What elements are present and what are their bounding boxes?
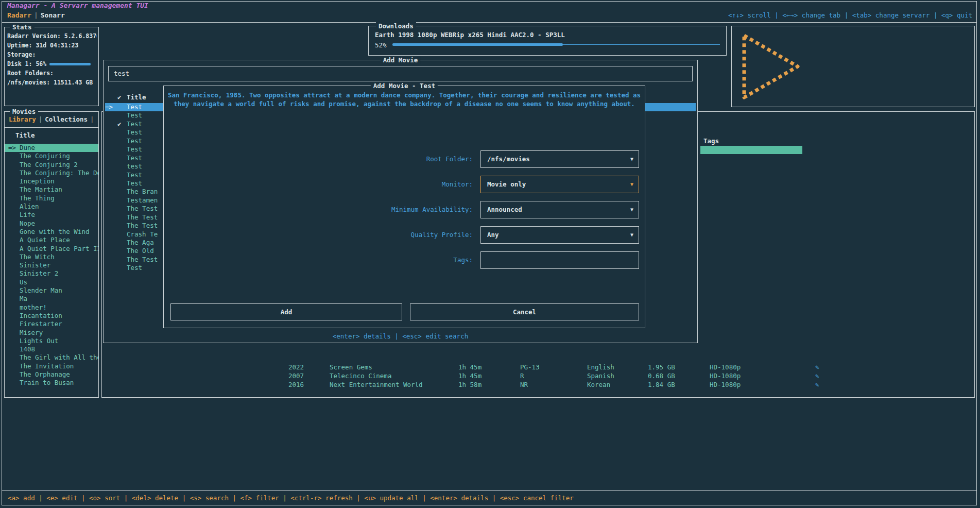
movie-title: Dune (20, 144, 35, 151)
result-title: test (127, 162, 142, 170)
library-table-row[interactable]: 2016 Next Entertainment World 1h 58m NR … (102, 381, 974, 389)
movie-studio: Telecinco Cinema (330, 372, 391, 380)
movie-quality-profile: HD-1080p (710, 363, 741, 371)
result-title: Test (127, 137, 142, 145)
movie-list-item[interactable]: Ma (5, 295, 98, 303)
minimum-availability-dropdown[interactable]: Announced ▼ (480, 201, 639, 218)
description-line: they navigate a world full of risks and … (164, 99, 645, 108)
movie-list-item[interactable]: Slender Man (5, 286, 98, 295)
tab-library[interactable]: Library (9, 115, 36, 123)
movie-list-item[interactable]: Nope (5, 219, 98, 228)
servarr-tab-sonarr[interactable]: Sonarr (41, 11, 65, 19)
root-folder-row: Root Folder: /nfs/movies ▼ (164, 150, 645, 168)
selection-prefix: => (105, 103, 117, 111)
root-folders-label: Root Folders: (7, 69, 97, 78)
movie-list-item[interactable]: The Conjuring (5, 152, 98, 160)
movies-panel-title: Movies (10, 108, 38, 115)
movie-list-item[interactable]: Sinister (5, 261, 98, 269)
movie-list-item[interactable]: mother! (5, 303, 98, 312)
title-column-header: Title (15, 131, 35, 139)
quality-profile-value: Any (487, 227, 499, 243)
root-folder-label: Root Folder: (164, 150, 473, 168)
movie-quality-profile: HD-1080p (710, 381, 741, 389)
result-title: Test (127, 103, 142, 111)
movie-title: A Quiet Place Part II (20, 245, 98, 252)
library-table-row[interactable]: 2022 Screen Gems 1h 45m PG-13 English 1.… (102, 363, 974, 371)
quality-profile-row: Quality Profile: Any ▼ (164, 226, 645, 244)
check-icon: ✔ (117, 120, 127, 128)
cancel-button[interactable]: Cancel (410, 303, 639, 320)
movie-title: Ma (20, 295, 27, 302)
downloads-panel: Downloads Earth 1998 1080p WEBRip x265 H… (368, 26, 727, 56)
movie-list-item[interactable]: The Martian (5, 185, 98, 194)
movie-title: Nope (20, 219, 35, 227)
result-title: Test (127, 128, 142, 136)
root-folder-dropdown[interactable]: /nfs/movies ▼ (480, 150, 639, 168)
movie-list-item[interactable]: Misery (5, 329, 98, 337)
description-line: San Francisco, 1985. Two opposites attra… (164, 91, 645, 99)
movie-list-item[interactable]: The Conjuring 2 (5, 161, 98, 169)
tags-input[interactable] (480, 251, 639, 269)
movie-list-item[interactable]: Gone with the Wind (5, 228, 98, 236)
movie-title: Train to Busan (20, 379, 74, 386)
result-title: Test (127, 120, 142, 128)
result-title: The Test (127, 222, 158, 229)
movie-rating: R (520, 372, 524, 380)
movie-list-item[interactable]: The Conjuring: The De (5, 169, 98, 177)
movies-tabs-divider (5, 127, 98, 128)
movie-title: Gone with the Wind (20, 228, 89, 235)
movie-list-item[interactable]: Sinister 2 (5, 269, 98, 278)
movie-description: San Francisco, 1985. Two opposites attra… (164, 91, 645, 108)
servarr-tab-radarr[interactable]: Radarr (7, 11, 31, 19)
result-title: Test (127, 179, 142, 187)
monitor-value: Movie only (487, 176, 526, 193)
result-title: The Aga (127, 239, 154, 246)
movie-list-item[interactable]: The Orphanage (5, 370, 98, 379)
add-movie-search-input[interactable]: test (108, 66, 693, 81)
movie-title: A Quiet Place (20, 236, 70, 244)
add-movie-hint: <enter> details | <esc> edit search (104, 332, 697, 340)
movie-studio: Next Entertainment World (330, 381, 423, 389)
download-progress-bar (392, 43, 720, 46)
tab-separator: | (88, 115, 97, 123)
movie-list-item[interactable]: =>Dune (5, 144, 98, 152)
movie-list-item[interactable]: A Quiet Place Part II (5, 245, 98, 253)
movie-size: 1.84 GB (648, 381, 675, 389)
storage-label: Storage: (7, 50, 97, 59)
add-button[interactable]: Add (170, 303, 402, 320)
movie-list-item[interactable]: Lights Out (5, 337, 98, 345)
movie-list-item[interactable]: Incantation (5, 312, 98, 320)
movie-studio: Screen Gems (330, 363, 372, 371)
movie-list-item[interactable]: Inception (5, 177, 98, 185)
movie-title: The Witch (20, 253, 55, 261)
result-title: Test (127, 264, 142, 272)
movie-list-item[interactable]: Alien (5, 202, 98, 211)
movie-language: English (587, 363, 614, 371)
movie-list-item[interactable]: Train to Busan (5, 379, 98, 387)
movie-list-item[interactable]: The Invitation (5, 362, 98, 370)
monitor-dropdown[interactable]: Movie only ▼ (480, 176, 639, 193)
quality-profile-dropdown[interactable]: Any ▼ (480, 226, 639, 244)
movie-list-item[interactable]: A Quiet Place (5, 236, 98, 244)
library-table-row[interactable]: 2007 Telecinco Cinema 1h 45m R Spanish 0… (102, 372, 974, 380)
movie-runtime: 1h 45m (458, 372, 482, 380)
movie-list-item[interactable]: Firestarter (5, 320, 98, 328)
movie-size: 1.95 GB (648, 363, 675, 371)
movie-list-item[interactable]: The Girl with All the (5, 353, 98, 362)
movie-list-item[interactable]: 1408 (5, 345, 98, 353)
minimum-availability-value: Announced (487, 201, 522, 218)
root-folder-value: /nfs/movies (487, 151, 530, 167)
add-movie-form: Root Folder: /nfs/movies ▼ Monitor: Movi… (164, 150, 645, 277)
movie-title: Lights Out (20, 337, 58, 345)
result-title: Test (127, 145, 142, 153)
movie-list-item[interactable]: The Witch (5, 253, 98, 261)
movie-list-item[interactable]: The Thing (5, 194, 98, 202)
movie-quality-profile: HD-1080p (710, 372, 741, 380)
quality-profile-label: Quality Profile: (164, 226, 473, 244)
tab-collections[interactable]: Collections (45, 115, 88, 123)
movie-title: The Thing (20, 194, 55, 202)
movie-title: Us (20, 278, 27, 286)
movie-list-item[interactable]: Life (5, 211, 98, 219)
movie-list-item[interactable]: Us (5, 278, 98, 286)
movie-title: Sinister (20, 261, 50, 269)
